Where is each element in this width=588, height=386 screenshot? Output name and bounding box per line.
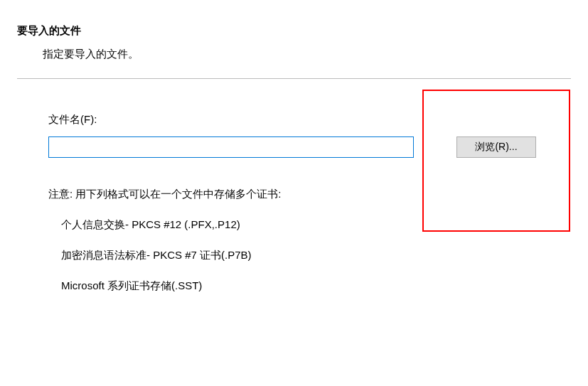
format-list: 个人信息交换- PKCS #12 (.PFX,.P12) 加密消息语法标准- P…: [61, 218, 588, 293]
page-subtitle: 指定要导入的文件。: [43, 48, 588, 61]
filename-label: 文件名(F):: [48, 113, 588, 127]
certificate-import-wizard: 要导入的文件 指定要导入的文件。 文件名(F): 浏览(R)... 注意: 用下…: [0, 0, 588, 293]
format-item-sst: Microsoft 系列证书存储(.SST): [61, 279, 588, 293]
browse-button[interactable]: 浏览(R)...: [456, 136, 536, 158]
header-section: 要导入的文件 指定要导入的文件。: [0, 0, 588, 61]
filename-input[interactable]: [48, 136, 414, 158]
format-item-pkcs12: 个人信息交换- PKCS #12 (.PFX,.P12): [61, 218, 588, 232]
page-title: 要导入的文件: [17, 24, 588, 38]
format-item-pkcs7: 加密消息语法标准- PKCS #7 证书(.P7B): [61, 249, 588, 262]
input-row: 浏览(R)...: [48, 136, 588, 158]
note-text: 注意: 用下列格式可以在一个文件中存储多个证书:: [48, 188, 588, 201]
content-area: 文件名(F): 浏览(R)... 注意: 用下列格式可以在一个文件中存储多个证书…: [0, 79, 588, 293]
